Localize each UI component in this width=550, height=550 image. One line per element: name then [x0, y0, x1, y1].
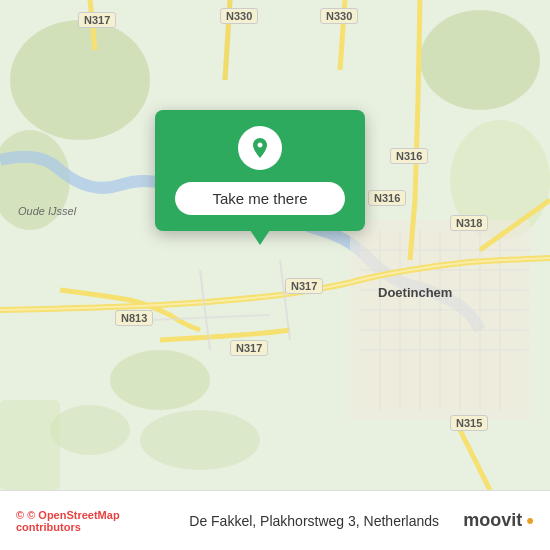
moovit-logo: moovit •	[463, 508, 534, 534]
road-label-n317-mid: N317	[285, 278, 323, 294]
city-label-doetinchem: Doetinchem	[378, 285, 452, 300]
bottom-bar: © © OpenStreetMap contributors De Fakkel…	[0, 490, 550, 550]
moovit-dot: •	[526, 508, 534, 534]
location-pin	[238, 126, 282, 170]
road-label-n318: N318	[450, 215, 488, 231]
road-label-n330-1: N330	[220, 8, 258, 24]
road-label-n315: N315	[450, 415, 488, 431]
take-me-there-button[interactable]: Take me there	[175, 182, 345, 215]
svg-line-28	[418, 0, 420, 100]
svg-point-6	[50, 405, 130, 455]
place-label-oude-ijssel: Oude IJssel	[18, 205, 76, 217]
road-label-n813: N813	[115, 310, 153, 326]
copyright-text: © © OpenStreetMap contributors	[16, 509, 165, 533]
road-label-n316-2: N316	[368, 190, 406, 206]
location-text: De Fakkel, Plakhorstweg 3, Netherlands	[165, 513, 463, 529]
road-label-n330-2: N330	[320, 8, 358, 24]
svg-rect-7	[0, 400, 60, 490]
svg-point-1	[10, 20, 150, 140]
map-container: N330 N330 N317 N316 N316 N318 N317 N317 …	[0, 0, 550, 490]
road-label-n317-low: N317	[230, 340, 268, 356]
svg-point-5	[110, 350, 210, 410]
svg-point-8	[140, 410, 260, 470]
road-label-n317-top: N317	[78, 12, 116, 28]
popup-card: Take me there	[155, 110, 365, 231]
road-label-n316-1: N316	[390, 148, 428, 164]
svg-point-3	[420, 10, 540, 110]
